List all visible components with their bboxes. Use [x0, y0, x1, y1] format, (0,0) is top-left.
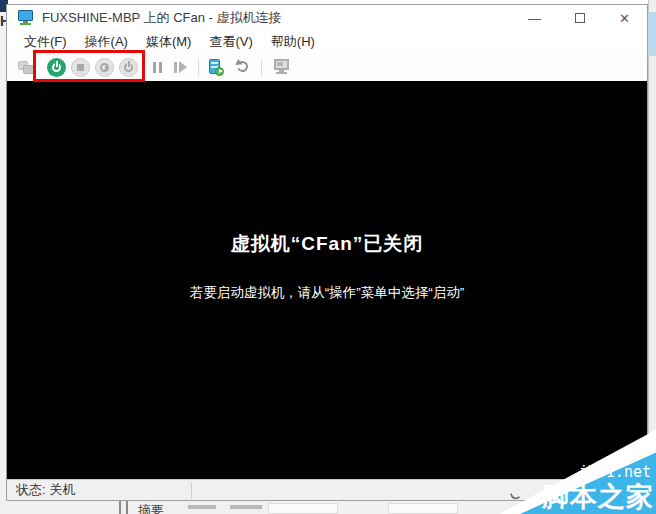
start-vm-button[interactable] [47, 58, 66, 77]
ctrl-alt-del-button[interactable] [18, 59, 35, 75]
vm-display-viewport[interactable]: 虚拟机“CFan”已关闭 若要启动虚拟机，请从“操作”菜单中选择“启动” [7, 81, 647, 479]
pause-icon [153, 62, 156, 73]
background-fragment [188, 505, 216, 509]
toolbar-separator [198, 59, 199, 76]
maximize-icon [575, 13, 585, 23]
power-icon [52, 63, 61, 72]
background-window-bottom-sliver: 摘要 [0, 501, 656, 514]
revert-button[interactable] [236, 60, 250, 74]
turn-off-button[interactable] [71, 58, 90, 77]
enhanced-session-button[interactable] [273, 59, 290, 75]
screenshot-canvas: H 摘要 FUXSHINE-MBP 上的 CFan - 虚拟机连接 — ✕ 文件… [0, 0, 656, 514]
menu-action[interactable]: 操作(A) [76, 31, 137, 53]
stop-icon [77, 64, 84, 71]
divider [119, 501, 121, 514]
play-icon [179, 61, 187, 73]
background-tab-fragment: 摘要 [138, 502, 164, 514]
statusbar-divider [191, 482, 192, 499]
toolbar [7, 53, 647, 81]
checkpoint-badge-icon [215, 67, 224, 76]
window-title: FUXSHINE-MBP 上的 CFan - 虚拟机连接 [42, 9, 282, 27]
divider [126, 501, 128, 514]
shut-down-button[interactable] [95, 58, 114, 77]
background-blue-fragment [648, 12, 656, 56]
background-fragment [230, 505, 262, 509]
menu-view[interactable]: 查看(V) [200, 31, 261, 53]
vmconnect-window: FUXSHINE-MBP 上的 CFan - 虚拟机连接 — ✕ 文件(F) 操… [6, 4, 648, 501]
keyboard-icon [23, 65, 34, 74]
vm-start-hint: 若要启动虚拟机，请从“操作”菜单中选择“启动” [190, 284, 464, 302]
minimize-button[interactable]: — [512, 5, 557, 31]
menu-file[interactable]: 文件(F) [15, 31, 76, 53]
watermark-curl-mark [510, 491, 521, 502]
save-vm-button[interactable] [119, 58, 138, 77]
checkpoint-button[interactable] [209, 59, 224, 76]
vm-off-heading: 虚拟机“CFan”已关闭 [231, 231, 424, 257]
menubar: 文件(F) 操作(A) 媒体(M) 查看(V) 帮助(H) [7, 31, 647, 53]
background-cell-fragment [388, 503, 458, 514]
vm-status-label: 状态: 关机 [16, 481, 75, 499]
toolbar-separator [261, 59, 262, 76]
close-button[interactable]: ✕ [602, 5, 647, 31]
shutdown-icon [100, 63, 109, 72]
background-window-right-sliver [648, 0, 656, 514]
pause-icon [159, 62, 162, 73]
background-cell-fragment [268, 503, 338, 514]
vm-monitor-icon [17, 10, 34, 26]
menu-help[interactable]: 帮助(H) [262, 31, 324, 53]
resume-step-button[interactable] [174, 61, 187, 73]
titlebar[interactable]: FUXSHINE-MBP 上的 CFan - 虚拟机连接 — ✕ [7, 5, 647, 31]
menu-media[interactable]: 媒体(M) [137, 31, 201, 53]
statusbar: 状态: 关机 [7, 479, 647, 500]
power-icon [124, 63, 133, 72]
pause-button[interactable] [153, 62, 162, 73]
maximize-button[interactable] [557, 5, 602, 31]
step-bar-icon [174, 62, 177, 73]
